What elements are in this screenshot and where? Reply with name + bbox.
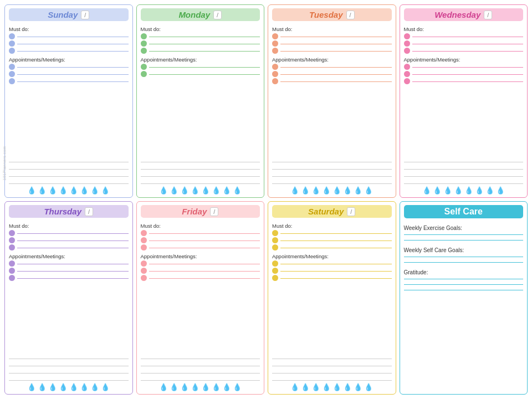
drop-icon[interactable]: 💧 <box>201 383 210 391</box>
sc-line-2[interactable] <box>404 240 524 241</box>
drop-icon[interactable]: 💧 <box>180 383 189 391</box>
drop-icon[interactable]: 💧 <box>69 383 78 391</box>
sunday-appt-2[interactable] <box>9 71 129 77</box>
drop-icon[interactable]: 💧 <box>301 383 310 391</box>
drop-icon[interactable]: 💧 <box>212 186 221 195</box>
sunday-mustdo-2[interactable] <box>9 40 129 47</box>
sc-line-6[interactable] <box>404 284 524 285</box>
drop-icon[interactable]: 💧 <box>311 383 320 391</box>
drop-icon[interactable]: 💧 <box>233 383 242 391</box>
wednesday-appt-2[interactable] <box>404 71 524 77</box>
friday-mustdo-1[interactable] <box>141 230 260 236</box>
drop-icon[interactable]: 💧 <box>496 186 505 195</box>
drop-icon[interactable]: 💧 <box>485 186 494 195</box>
drop-icon[interactable]: 💧 <box>311 186 320 195</box>
drop-icon[interactable]: 💧 <box>222 383 231 391</box>
drop-icon[interactable]: 💧 <box>343 383 352 391</box>
drop-icon[interactable]: 💧 <box>101 383 110 391</box>
drop-icon[interactable]: 💧 <box>364 186 373 195</box>
drop-icon[interactable]: 💧 <box>322 186 331 195</box>
drop-icon[interactable]: 💧 <box>69 186 78 195</box>
drop-icon[interactable]: 💧 <box>290 383 299 391</box>
saturday-appt-1[interactable] <box>272 260 392 267</box>
drop-icon[interactable]: 💧 <box>212 383 221 391</box>
drop-icon[interactable]: 💧 <box>290 186 299 195</box>
drop-icon[interactable]: 💧 <box>80 383 89 391</box>
drop-icon[interactable]: 💧 <box>233 186 242 195</box>
drop-icon[interactable]: 💧 <box>475 186 484 195</box>
saturday-appt-3[interactable] <box>272 275 392 281</box>
monday-date[interactable]: / <box>213 11 222 19</box>
thursday-appt-3[interactable] <box>9 275 129 281</box>
tuesday-date[interactable]: / <box>346 11 355 19</box>
drop-icon[interactable]: 💧 <box>159 186 168 195</box>
tuesday-appt-3[interactable] <box>272 78 392 84</box>
friday-date[interactable]: / <box>210 207 218 216</box>
drop-icon[interactable]: 💧 <box>343 186 352 195</box>
drop-icon[interactable]: 💧 <box>454 186 463 195</box>
friday-appt-1[interactable] <box>141 260 260 267</box>
sc-line-3[interactable] <box>404 257 524 257</box>
drop-icon[interactable]: 💧 <box>170 186 178 195</box>
saturday-mustdo-2[interactable] <box>272 237 392 243</box>
monday-mustdo-2[interactable] <box>141 40 260 47</box>
drop-icon[interactable]: 💧 <box>48 383 57 391</box>
thursday-mustdo-1[interactable] <box>9 230 129 236</box>
monday-appt-1[interactable] <box>141 64 260 70</box>
tuesday-mustdo-3[interactable] <box>272 48 392 54</box>
friday-appt-2[interactable] <box>141 268 260 274</box>
thursday-appt-1[interactable] <box>9 260 129 267</box>
drop-icon[interactable]: 💧 <box>27 186 36 195</box>
thursday-date[interactable]: / <box>85 207 93 216</box>
wednesday-appt-1[interactable] <box>404 64 524 70</box>
monday-mustdo-3[interactable] <box>141 48 260 54</box>
wednesday-mustdo-2[interactable] <box>404 40 524 47</box>
sunday-appt-1[interactable] <box>9 64 129 70</box>
saturday-mustdo-3[interactable] <box>272 244 392 250</box>
tuesday-appt-1[interactable] <box>272 64 392 70</box>
drop-icon[interactable]: 💧 <box>191 383 200 391</box>
drop-icon[interactable]: 💧 <box>322 383 331 391</box>
sunday-mustdo-3[interactable] <box>9 48 129 54</box>
wednesday-date[interactable]: / <box>484 11 492 19</box>
friday-appt-3[interactable] <box>141 275 260 281</box>
drop-icon[interactable]: 💧 <box>170 383 178 391</box>
monday-mustdo-1[interactable] <box>141 33 260 39</box>
drop-icon[interactable]: 💧 <box>180 186 189 195</box>
sc-line-1[interactable] <box>404 234 524 235</box>
sunday-mustdo-1[interactable] <box>9 33 129 39</box>
friday-mustdo-2[interactable] <box>141 237 260 243</box>
drop-icon[interactable]: 💧 <box>191 186 200 195</box>
drop-icon[interactable]: 💧 <box>80 186 89 195</box>
drop-icon[interactable]: 💧 <box>48 186 57 195</box>
drop-icon[interactable]: 💧 <box>159 383 168 391</box>
sc-line-5[interactable] <box>404 279 524 279</box>
drop-icon[interactable]: 💧 <box>90 186 99 195</box>
drop-icon[interactable]: 💧 <box>59 186 68 195</box>
drop-icon[interactable]: 💧 <box>222 186 231 195</box>
drop-icon[interactable]: 💧 <box>464 186 473 195</box>
sc-line-4[interactable] <box>404 262 524 263</box>
wednesday-mustdo-3[interactable] <box>404 48 524 54</box>
thursday-appt-2[interactable] <box>9 268 129 274</box>
friday-mustdo-3[interactable] <box>141 244 260 250</box>
drop-icon[interactable]: 💧 <box>422 186 431 195</box>
drop-icon[interactable]: 💧 <box>90 383 99 391</box>
drop-icon[interactable]: 💧 <box>433 186 442 195</box>
drop-icon[interactable]: 💧 <box>332 186 341 195</box>
drop-icon[interactable]: 💧 <box>443 186 452 195</box>
drop-icon[interactable]: 💧 <box>27 383 36 391</box>
tuesday-mustdo-2[interactable] <box>272 40 392 47</box>
saturday-date[interactable]: / <box>347 207 355 216</box>
wednesday-appt-3[interactable] <box>404 78 524 84</box>
sunday-appt-3[interactable] <box>9 78 129 84</box>
drop-icon[interactable]: 💧 <box>201 186 210 195</box>
drop-icon[interactable]: 💧 <box>38 186 47 195</box>
thursday-mustdo-2[interactable] <box>9 237 129 243</box>
monday-appt-2[interactable] <box>141 71 260 77</box>
thursday-mustdo-3[interactable] <box>9 244 129 250</box>
wednesday-mustdo-1[interactable] <box>404 33 524 39</box>
sunday-date[interactable]: / <box>81 11 89 19</box>
drop-icon[interactable]: 💧 <box>364 383 373 391</box>
drop-icon[interactable]: 💧 <box>354 186 362 195</box>
